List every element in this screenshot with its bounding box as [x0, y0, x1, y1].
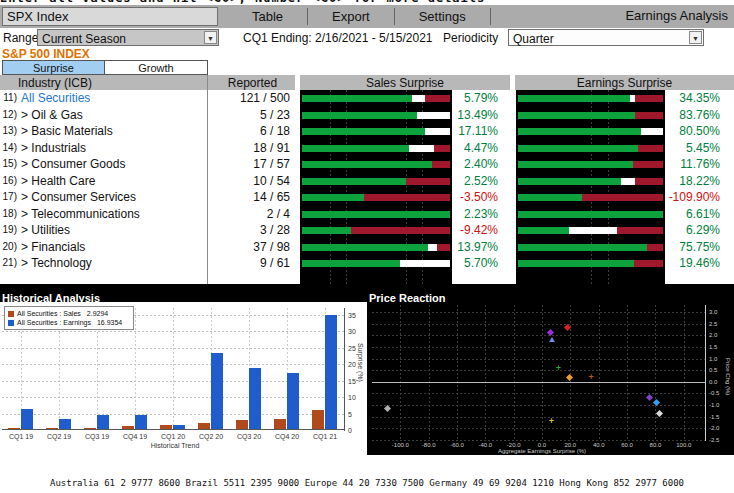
x-tick-label: 100.0: [669, 442, 699, 448]
x-gridline: [400, 305, 401, 440]
legend-value: 2.9294: [87, 310, 108, 317]
price-y-axis: [705, 305, 706, 441]
scatter-point: [646, 394, 653, 401]
menu-bar: TableExportSettings: [228, 5, 491, 28]
industry-label[interactable]: > Industrials: [21, 141, 86, 155]
periodicity-dropdown[interactable]: Quarter ▼: [508, 29, 704, 46]
industry-label[interactable]: > Consumer Services: [21, 190, 136, 204]
legend-swatch: [8, 320, 14, 326]
sales-surprise-bar: [302, 244, 450, 251]
y-tick-label: -2.0: [709, 425, 727, 431]
beat-segment: [518, 211, 663, 218]
industry-label[interactable]: > Financials: [21, 240, 85, 254]
beat-segment: [302, 112, 417, 119]
table-row[interactable]: 12)> Oil & Gas5 / 2313.49%83.76%: [0, 107, 734, 124]
table-row[interactable]: 13)> Basic Materials6 / 1817.11%80.50%: [0, 123, 734, 140]
historical-analysis-titlebar: Historical Analysis: [0, 288, 367, 302]
price-reaction-title: Price Reaction: [369, 292, 445, 304]
sales-bar: [274, 419, 286, 429]
x-gridline: [135, 308, 136, 430]
x-tick-label: CQ1 20: [154, 433, 192, 440]
y-gridline: [372, 335, 705, 336]
beat-segment: [302, 211, 450, 218]
historical-y-axis: [344, 308, 345, 431]
industry-label[interactable]: All Securities: [21, 91, 90, 105]
beat-segment: [518, 128, 641, 135]
screen-title: Earnings Analysis: [625, 8, 728, 23]
table-row[interactable]: 18)> Telecommunications2 / 42.23%6.61%: [0, 206, 734, 223]
y-tick-label: 2.0: [709, 332, 727, 338]
beat-segment: [518, 112, 635, 119]
row-number: 18): [0, 208, 17, 219]
earn-surprise-value: 6.29%: [648, 223, 720, 237]
sales-surprise-bar: [302, 178, 450, 185]
industry-label[interactable]: > Health Care: [21, 174, 95, 188]
y-gridline: [372, 370, 705, 371]
earn-surprise-value: 34.35%: [648, 91, 720, 105]
industry-table-body: 11)All Securities121 / 5005.79%34.35%12)…: [0, 90, 734, 272]
earnings-bar: [135, 415, 147, 429]
periodicity-label: Periodicity: [443, 31, 498, 45]
industry-column-header[interactable]: Industry (ICB): [18, 76, 92, 90]
terminal-footer: Australia 61 2 9777 8600 Brazil 5511 239…: [0, 457, 734, 493]
earnings-analysis-screen: Enter all values and hit <GO>; Number <G…: [0, 0, 734, 493]
scatter-point: [549, 337, 555, 342]
industry-label[interactable]: > Consumer Goods: [21, 157, 125, 171]
range-dropdown[interactable]: Current Season ▼: [37, 29, 219, 46]
scatter-point: +: [589, 374, 594, 380]
x-tick-label: CQ3 19: [78, 433, 116, 440]
table-row[interactable]: 17)> Consumer Services14 / 65-3.50%-109.…: [0, 189, 734, 206]
industry-label[interactable]: > Basic Materials: [21, 124, 113, 138]
sales-surprise-value: 2.40%: [440, 157, 498, 171]
industry-label[interactable]: > Telecommunications: [21, 207, 140, 221]
earn-surprise-value: 75.75%: [648, 240, 720, 254]
security-input[interactable]: [2, 7, 218, 26]
industry-label[interactable]: > Oil & Gas: [21, 108, 83, 122]
table-row[interactable]: 11)All Securities121 / 5005.79%34.35%: [0, 90, 734, 107]
earn-surprise-bar: [518, 260, 663, 267]
x-tick-label: CQ1 21: [306, 433, 344, 440]
y-tick-label: 35: [348, 312, 368, 319]
table-row[interactable]: 19)> Utilities3 / 28-9.42%6.29%: [0, 222, 734, 239]
earnings-bar: [59, 419, 71, 429]
industry-label[interactable]: > Utilities: [21, 223, 70, 237]
sales-surprise-bar: [302, 227, 450, 234]
table-row[interactable]: 14)> Industrials18 / 914.47%5.45%: [0, 140, 734, 157]
beat-segment: [518, 227, 569, 234]
x-gridline: [627, 305, 628, 440]
y-tick-label: 5: [348, 411, 368, 418]
range-value: Current Season: [42, 32, 126, 46]
y-tick-label: 3.0: [709, 309, 727, 315]
x-gridline: [684, 305, 685, 440]
menu-item-table[interactable]: Table: [228, 9, 307, 24]
historical-x-axis-title: Historical Trend: [110, 442, 240, 449]
x-gridline: [173, 308, 174, 430]
earn-surprise-value: -109.90%: [648, 190, 720, 204]
tab-surprise[interactable]: Surprise: [2, 60, 105, 75]
y-tick-label: -1.5: [709, 414, 727, 420]
industry-label[interactable]: > Technology: [21, 256, 92, 270]
earnings-surprise-header[interactable]: Earnings Surprise: [515, 75, 734, 90]
table-row[interactable]: 15)> Consumer Goods17 / 572.40%11.76%: [0, 156, 734, 173]
chevron-down-icon[interactable]: ▼: [204, 31, 217, 44]
table-row[interactable]: 21)> Technology9 / 615.70%19.46%: [0, 255, 734, 272]
tab-growth[interactable]: Growth: [105, 60, 208, 75]
menu-item-settings[interactable]: Settings: [395, 9, 490, 24]
x-tick-label: CQ2 20: [192, 433, 230, 440]
earn-surprise-value: 80.50%: [648, 124, 720, 138]
chevron-down-icon[interactable]: ▼: [689, 31, 702, 44]
earn-surprise-bar: [518, 145, 663, 152]
reported-count: 14 / 65: [210, 190, 290, 204]
sales-surprise-value: 17.11%: [440, 124, 498, 138]
sales-surprise-header[interactable]: Sales Surprise: [300, 75, 510, 90]
x-gridline: [485, 305, 486, 440]
y-gridline: [372, 393, 705, 394]
historical-y-axis-title: Surprise (%): [357, 343, 364, 382]
sales-surprise-bar: [302, 260, 450, 267]
menu-item-export[interactable]: Export: [308, 9, 394, 24]
reported-column-header[interactable]: Reported: [210, 76, 295, 90]
table-row[interactable]: 16)> Health Care10 / 542.52%18.22%: [0, 173, 734, 190]
sales-surprise-value: 5.70%: [440, 256, 498, 270]
table-row[interactable]: 20)> Financials37 / 9813.97%75.75%: [0, 239, 734, 256]
row-number: 17): [0, 191, 17, 202]
